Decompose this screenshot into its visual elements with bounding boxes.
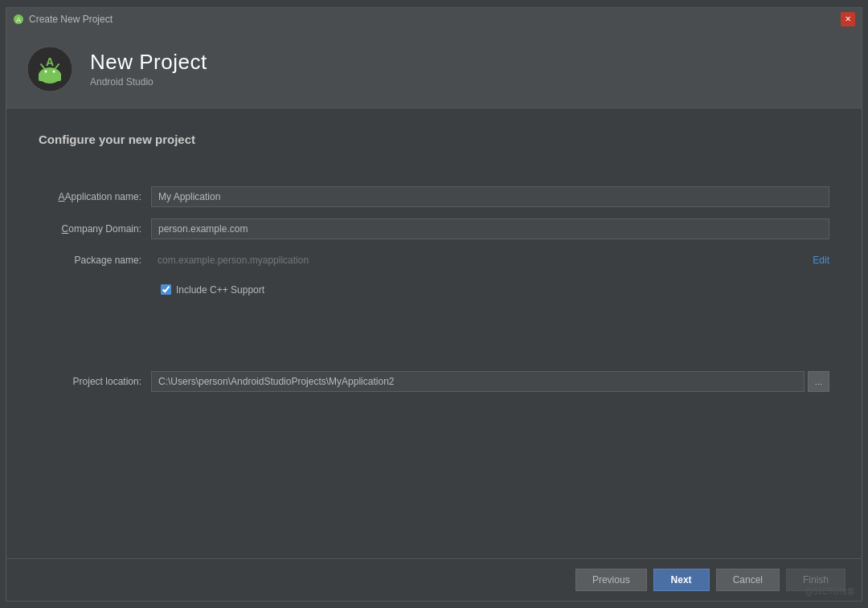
cpp-support-checkbox[interactable]	[161, 284, 171, 295]
location-label: Project location:	[39, 376, 151, 387]
footer: Previous Next Cancel Finish	[6, 558, 862, 601]
header-subtitle: Android Studio	[90, 76, 207, 88]
app-name-input[interactable]	[151, 186, 829, 207]
package-name-row: Package name: com.example.person.myappli…	[39, 251, 829, 270]
header-text-group: New Project Android Studio	[90, 50, 207, 88]
next-button[interactable]: Next	[653, 569, 710, 591]
location-section: Project location: ...	[39, 371, 829, 392]
package-name-value: com.example.person.myapplication	[151, 251, 805, 270]
header: A New Project Android Studio	[6, 31, 862, 108]
company-domain-row: Company Domain:	[39, 218, 829, 239]
svg-point-8	[53, 70, 55, 72]
app-name-row: AApplication name:	[39, 186, 829, 207]
company-domain-input[interactable]	[151, 218, 829, 239]
content-area: Configure your new project AApplication …	[6, 108, 862, 558]
previous-button[interactable]: Previous	[575, 569, 647, 591]
svg-text:A: A	[46, 55, 54, 68]
company-domain-label: Company Domain:	[39, 223, 151, 235]
title-bar-text: Create New Project	[29, 14, 113, 25]
svg-point-7	[45, 70, 47, 72]
dialog: A Create New Project ✕	[6, 7, 862, 602]
cpp-support-label[interactable]: Include C++ Support	[176, 284, 264, 296]
header-title: New Project	[90, 50, 207, 75]
cpp-support-row: Include C++ Support	[161, 284, 829, 296]
location-input[interactable]	[151, 371, 805, 392]
watermark: @51CTO博客	[805, 586, 855, 598]
svg-rect-4	[39, 73, 61, 81]
svg-text:A: A	[16, 16, 21, 24]
package-name-label: Package name:	[39, 255, 151, 266]
android-logo: A	[26, 45, 74, 93]
edit-link[interactable]: Edit	[805, 255, 829, 266]
app-icon: A	[13, 14, 24, 25]
cancel-button[interactable]: Cancel	[716, 569, 780, 591]
title-bar: A Create New Project ✕	[6, 8, 862, 31]
browse-button[interactable]: ...	[808, 371, 829, 392]
section-title: Configure your new project	[39, 133, 829, 146]
close-button[interactable]: ✕	[841, 12, 855, 27]
form-area: AApplication name: Company Domain: Packa…	[39, 186, 829, 307]
location-row: Project location: ...	[39, 371, 829, 392]
app-name-label: AApplication name:	[39, 191, 151, 202]
